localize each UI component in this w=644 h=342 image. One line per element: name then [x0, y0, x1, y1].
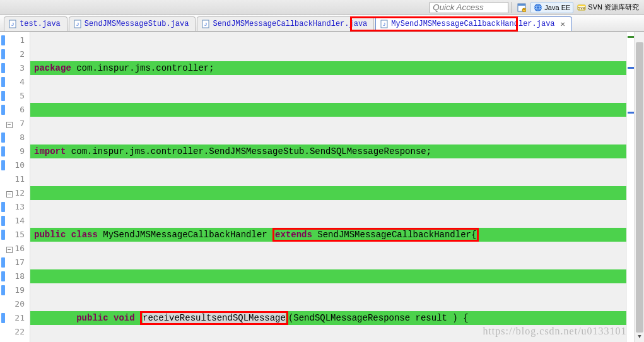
close-icon[interactable]: ✕ [560, 21, 565, 28]
svn-perspective[interactable]: SVN SVN 资源库研究 [575, 2, 641, 13]
overview-ruler[interactable] [626, 32, 634, 342]
java-file-icon: J [380, 20, 389, 28]
tab-label: SendJMSMessageCallbackHandler.java [213, 20, 367, 28]
tab-mysendjmscbhandler[interactable]: J MySendJMSMessageCallbackHandler.java ✕ [375, 16, 571, 31]
line-number: 11 [0, 172, 30, 186]
code-line [30, 269, 644, 283]
line-number: 18 [0, 269, 30, 283]
tab-sendjmscbhandler[interactable]: J SendJMSMessageCallbackHandler.java [197, 16, 374, 31]
code-line [30, 103, 644, 117]
tab-label: test.java [20, 20, 61, 28]
toolbar-separator [511, 2, 512, 13]
java-ee-perspective[interactable]: Java EE [530, 2, 573, 13]
line-number: 9 [0, 144, 30, 158]
line-number: 22 [0, 325, 30, 339]
open-perspective-button[interactable] [514, 1, 529, 14]
line-number: 3 [0, 61, 30, 75]
tab-label: SendJMSMessageStub.java [85, 20, 189, 28]
code-line: package com.inspur.jms.controller; [30, 61, 644, 75]
svg-text:SVN: SVN [578, 6, 585, 10]
code-line [30, 186, 644, 200]
line-number: 6 [0, 103, 30, 117]
code-line: public class MySendJMSMessageCallbackHan… [30, 228, 644, 242]
line-number[interactable]: 12 [0, 186, 30, 200]
tab-test[interactable]: J test.java [4, 16, 67, 31]
line-number: 8 [0, 131, 30, 144]
java-ee-icon [534, 3, 542, 12]
editor: 1 2 3 4 5 6 7 8 9 10 11 12 13 14 15 16 1… [0, 32, 644, 342]
line-number: 13 [0, 200, 30, 214]
vertical-scrollbar[interactable]: ▲ ▼ [634, 32, 644, 342]
svg-point-5 [534, 4, 542, 11]
line-number: 21 [0, 311, 30, 325]
line-number: 10 [0, 158, 30, 172]
svg-rect-1 [518, 4, 525, 6]
line-number: 5 [0, 89, 30, 103]
line-number: 20 [0, 297, 30, 311]
gutter: 1 2 3 4 5 6 7 8 9 10 11 12 13 14 15 16 1… [0, 32, 30, 342]
top-toolbar: Java EE SVN SVN 资源库研究 [0, 0, 644, 15]
code-line: public void receiveResultsendSQLMessage(… [30, 311, 644, 325]
java-file-icon: J [201, 20, 210, 28]
line-number: 19 [0, 283, 30, 297]
svg-rect-4 [524, 9, 525, 10]
java-ee-label: Java EE [544, 4, 570, 11]
line-number: 4 [0, 75, 30, 89]
line-number: 1 [0, 33, 30, 47]
java-file-icon: J [8, 20, 17, 28]
line-number: 15 [0, 228, 30, 242]
editor-tabs: J test.java J SendJMSMessageStub.java J … [0, 15, 644, 32]
svn-label: SVN 资源库研究 [588, 3, 639, 12]
svn-icon: SVN [577, 3, 586, 12]
line-number: 17 [0, 256, 30, 269]
tab-sendjmsstub[interactable]: J SendJMSMessageStub.java [69, 16, 196, 31]
java-file-icon: J [73, 20, 82, 28]
svg-text:J: J [76, 21, 79, 27]
watermark: https://blog.csdn.net/u013310119 [483, 324, 638, 338]
line-number[interactable]: 7 [0, 117, 30, 131]
line-number: 2 [0, 47, 30, 61]
code-line: import com.inspur.jms.controller.SendJMS… [30, 144, 644, 158]
scroll-thumb[interactable] [636, 42, 643, 333]
code-area[interactable]: package com.inspur.jms.controller; impor… [30, 32, 644, 342]
svg-text:J: J [383, 21, 385, 27]
scroll-down-icon[interactable]: ▼ [635, 332, 644, 342]
quick-access-input[interactable] [430, 2, 508, 13]
line-number: 14 [0, 214, 30, 228]
tab-label: MySendJMSMessageCallbackHandler.java [391, 20, 554, 28]
svg-text:J: J [204, 21, 207, 27]
line-number[interactable]: 16 [0, 242, 30, 256]
svg-text:J: J [11, 21, 14, 27]
perspective-icon [517, 3, 526, 12]
